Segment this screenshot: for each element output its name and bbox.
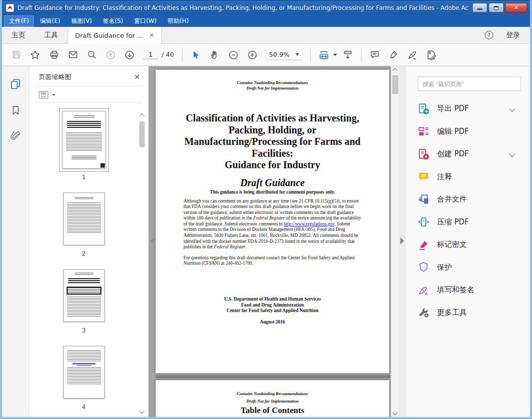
page-display-button[interactable]: [340, 47, 356, 63]
menu-view[interactable]: 视图(V): [66, 15, 97, 27]
tool-comment[interactable]: 注释: [418, 166, 521, 189]
federal-register-italic: Federal Register: [214, 244, 245, 249]
tool-redact[interactable]: 标记密文: [418, 233, 521, 256]
tool-label-create-pdf: 创建 PDF: [437, 149, 469, 159]
zoom-level-select[interactable]: 50.9%: [266, 50, 302, 60]
regulations-gov-link[interactable]: http://www.regulations.gov: [284, 221, 335, 226]
menu-bar: 文件(F)编辑(E)视图(V)签名(S)窗口(W)帮助(H): [2, 15, 530, 27]
page-number-field[interactable]: 1: [143, 51, 158, 59]
menu-window[interactable]: 窗口(W): [129, 15, 162, 27]
tab-tools[interactable]: 工具: [35, 27, 68, 43]
panel-close-icon[interactable]: ✕: [134, 73, 140, 82]
document-page-2: Contains Nonbinding Recommendations Draf…: [156, 380, 389, 417]
footer-cfsan: Center for Food Safety and Applied Nutri…: [156, 308, 389, 314]
tool-more-tools[interactable]: 更多工具: [418, 302, 521, 324]
page-separator: [156, 375, 390, 378]
navigation-rail: [2, 66, 29, 417]
thumbnail-page-3[interactable]: [63, 269, 105, 322]
page2-header-line1: Contains Nonbinding Recommendations: [156, 390, 389, 398]
bookmarks-icon[interactable]: [9, 104, 22, 116]
hand-icon: [210, 50, 220, 60]
tab-bar: 主页 工具 Draft Guidance for ... ✕ ? 登录: [2, 27, 530, 44]
combine-files-icon: [418, 194, 430, 206]
menu-file[interactable]: 文件(F): [4, 15, 34, 27]
thumbnails-scrollbar[interactable]: [138, 114, 146, 414]
scroll-down-icon[interactable]: [140, 409, 145, 414]
custom-tools-button[interactable]: [423, 47, 440, 63]
next-page-button[interactable]: [121, 47, 138, 63]
chevron-down-icon[interactable]: [333, 54, 337, 56]
close-icon: ✕: [514, 4, 518, 11]
tool-edit-pdf[interactable]: 编辑 PDF: [418, 120, 521, 143]
tool-export-pdf[interactable]: 导出 PDF: [418, 98, 521, 120]
tool-fill-sign[interactable]: 填写和签名: [418, 279, 521, 302]
tab-document[interactable]: Draft Guidance for ... ✕: [68, 27, 162, 44]
attachments-icon[interactable]: [9, 130, 22, 143]
page2-header-line2: Draft-Not for Implementation: [156, 398, 389, 405]
fit-width-button[interactable]: [316, 47, 332, 63]
zoom-in-button[interactable]: [244, 47, 261, 63]
thumbnail-page-1[interactable]: [62, 111, 106, 169]
sign-in-button[interactable]: 登录: [506, 31, 520, 40]
tools-search-input[interactable]: [418, 77, 521, 91]
page-thumbnails-icon[interactable]: [9, 77, 22, 90]
marquee-zoom-button[interactable]: [84, 47, 100, 63]
highlight-button[interactable]: [385, 47, 402, 63]
scroll-up-icon[interactable]: [140, 113, 145, 118]
footer-date: August 2016: [156, 319, 389, 324]
scrollbar-thumb[interactable]: [392, 75, 398, 94]
tool-label-combine-files: 合并文件: [437, 195, 467, 204]
thumbnails-options-button[interactable]: [29, 87, 148, 103]
close-button[interactable]: ✕: [505, 3, 527, 12]
page1-header-line2: Draft-Not for Implementation: [156, 86, 389, 91]
chevron-down-icon[interactable]: [509, 151, 515, 157]
toolbar: 1/ 4050.9%: [2, 44, 530, 66]
toolbar-separator: [310, 48, 311, 62]
tools-list: 导出 PDF编辑 PDF创建 PDF注释合并文件压缩 PDF标记密文保护填写和签…: [418, 98, 521, 324]
zoom-in-icon: [247, 50, 258, 60]
comment-bubble-icon: [418, 171, 430, 183]
menu-edit[interactable]: 编辑(E): [35, 15, 65, 27]
scrollbar-thumb[interactable]: [139, 121, 145, 147]
tools-panel: 导出 PDF编辑 PDF创建 PDF注释合并文件压缩 PDF标记密文保护填写和签…: [405, 66, 530, 417]
tool-create-pdf[interactable]: 创建 PDF: [418, 143, 521, 166]
scroll-up-icon[interactable]: [393, 68, 398, 73]
scroll-down-icon[interactable]: [393, 411, 398, 416]
menu-help[interactable]: 帮助(H): [163, 15, 193, 27]
chevron-down-icon[interactable]: [509, 106, 515, 111]
document-scrollbar[interactable]: [391, 66, 399, 417]
email-icon: [68, 50, 78, 60]
menu-sign[interactable]: 签名(S): [98, 15, 128, 27]
tab-close-icon[interactable]: ✕: [149, 32, 154, 39]
zoom-out-icon: [228, 50, 239, 60]
maximize-button[interactable]: [489, 3, 504, 12]
protect-shield-icon: [418, 261, 430, 273]
options-list-icon: [39, 91, 48, 99]
tool-compress-pdf[interactable]: 压缩 PDF: [418, 211, 521, 234]
tab-home[interactable]: 主页: [2, 27, 35, 43]
email-button[interactable]: [65, 47, 81, 63]
tool-protect[interactable]: 保护: [418, 256, 521, 279]
acrobat-app-icon: [6, 4, 14, 12]
sign-button[interactable]: [404, 47, 421, 63]
thumbnail-page-2[interactable]: [63, 193, 105, 245]
acrobat-window: Draft Guidance for Industry: Classificat…: [0, 0, 532, 419]
thumbnail-page-4[interactable]: [63, 346, 105, 399]
favorites-button[interactable]: [27, 47, 43, 63]
zoom-out-button[interactable]: [225, 47, 242, 63]
tool-combine-files[interactable]: 合并文件: [418, 188, 521, 211]
comment-button[interactable]: [366, 47, 383, 63]
collapse-left-panel-arrow[interactable]: [150, 237, 154, 244]
document-tab-label: Draft Guidance for ...: [75, 32, 143, 39]
compress-pdf-icon: [418, 216, 430, 228]
print-button[interactable]: [46, 47, 62, 63]
thumbnail-label-1: 1: [82, 173, 86, 181]
document-area: Contains Nonbinding Recommendations Draf…: [149, 66, 405, 417]
table-of-contents-heading: Table of Contents: [156, 406, 389, 416]
select-tool-button[interactable]: [187, 47, 204, 63]
minimize-button[interactable]: [472, 3, 487, 12]
help-icon[interactable]: ?: [485, 31, 493, 39]
export-pdf-icon: [418, 103, 430, 115]
collapse-right-panel-arrow[interactable]: [400, 237, 404, 244]
hand-tool-button[interactable]: [206, 47, 223, 63]
